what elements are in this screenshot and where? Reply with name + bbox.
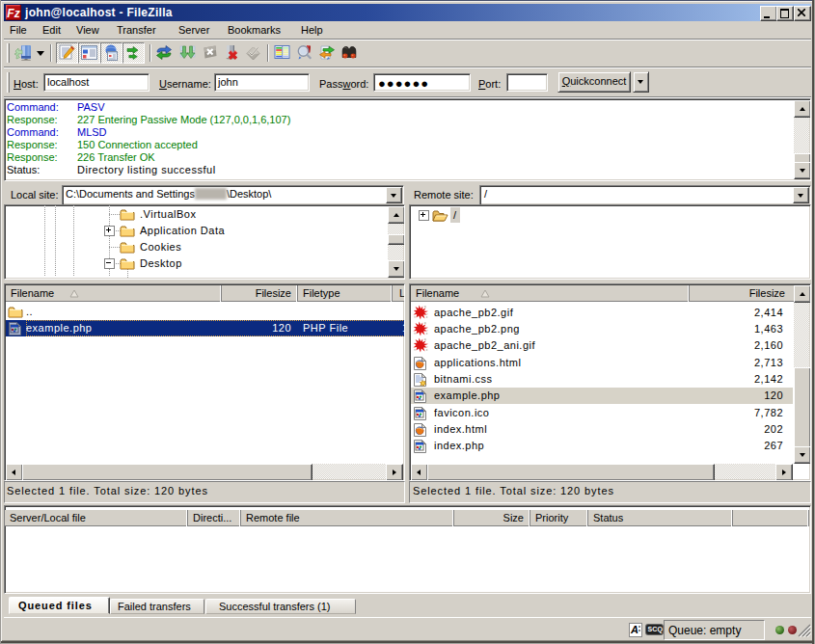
svg-text:Fz: Fz bbox=[7, 7, 19, 20]
